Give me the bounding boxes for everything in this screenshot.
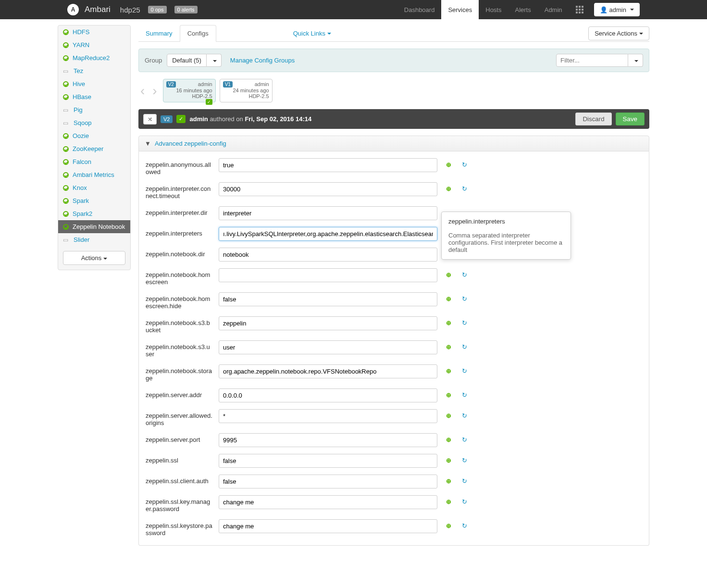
config-label: zeppelin.server.port bbox=[146, 433, 213, 443]
config-section-header[interactable]: ▼ Advanced zeppelin-config bbox=[138, 136, 649, 151]
compare-icon[interactable]: ⤨ bbox=[143, 114, 157, 125]
config-input[interactable] bbox=[219, 340, 437, 354]
sidebar-item-hbase[interactable]: HBase bbox=[58, 90, 130, 103]
undo-icon[interactable]: ↻ bbox=[462, 316, 467, 326]
nav-item-admin[interactable]: Admin bbox=[538, 0, 569, 19]
config-input[interactable] bbox=[219, 206, 437, 220]
sidebar-item-falcon[interactable]: Falcon bbox=[58, 155, 130, 168]
tab-summary[interactable]: Summary bbox=[138, 25, 180, 41]
service-actions-button[interactable]: Service Actions bbox=[588, 26, 649, 40]
filter-caret[interactable] bbox=[628, 54, 643, 67]
add-icon[interactable]: ⊕ bbox=[446, 409, 451, 419]
config-label: zeppelin.ssl.key.manager.password bbox=[146, 495, 213, 513]
alerts-badge[interactable]: 0 alerts bbox=[174, 6, 198, 13]
sidebar-item-sqoop[interactable]: ▭Sqoop bbox=[58, 116, 130, 129]
version-card[interactable]: V2admin16 minutes agoHDP-2.5✓ bbox=[163, 79, 216, 102]
ops-badge[interactable]: 0 ops bbox=[148, 6, 167, 13]
version-next-icon[interactable]: › bbox=[150, 83, 159, 99]
undo-icon[interactable]: ↻ bbox=[462, 519, 467, 529]
add-icon[interactable]: ⊕ bbox=[446, 340, 451, 350]
undo-icon[interactable]: ↻ bbox=[462, 182, 467, 192]
sidebar-item-yarn[interactable]: YARN bbox=[58, 38, 130, 51]
version-user: admin bbox=[255, 81, 269, 88]
undo-icon[interactable]: ↻ bbox=[462, 158, 467, 168]
config-input[interactable] bbox=[219, 316, 437, 330]
add-icon[interactable]: ⊕ bbox=[446, 268, 451, 278]
sidebar-item-label: MapReduce2 bbox=[73, 54, 110, 62]
config-label: zeppelin.notebook.s3.user bbox=[146, 340, 213, 358]
add-icon[interactable]: ⊕ bbox=[446, 292, 451, 302]
undo-icon[interactable]: ↻ bbox=[462, 268, 467, 278]
sidebar-item-slider[interactable]: ▭Slider bbox=[58, 233, 130, 246]
discard-button[interactable]: Discard bbox=[575, 113, 611, 125]
sidebar-item-pig[interactable]: ▭Pig bbox=[58, 103, 130, 116]
add-icon[interactable]: ⊕ bbox=[446, 475, 451, 485]
version-prev-icon[interactable]: ‹ bbox=[138, 83, 147, 99]
config-input[interactable] bbox=[219, 292, 437, 306]
config-label: zeppelin.anonymous.allowed bbox=[146, 158, 213, 175]
cluster-name[interactable]: hdp25 bbox=[120, 6, 140, 14]
config-input[interactable] bbox=[219, 248, 437, 262]
nav-item-dashboard[interactable]: Dashboard bbox=[397, 0, 442, 19]
undo-icon[interactable]: ↻ bbox=[462, 454, 467, 464]
config-input[interactable] bbox=[219, 409, 437, 423]
config-filter-input[interactable] bbox=[556, 54, 628, 67]
config-input[interactable] bbox=[219, 388, 437, 402]
config-input[interactable] bbox=[219, 519, 437, 533]
nav-item-alerts[interactable]: Alerts bbox=[508, 0, 537, 19]
sidebar-item-label: Falcon bbox=[73, 158, 91, 165]
add-icon[interactable]: ⊕ bbox=[446, 433, 451, 443]
config-input[interactable] bbox=[219, 227, 437, 241]
apps-grid-icon[interactable] bbox=[569, 0, 590, 19]
group-select[interactable]: Default (5) bbox=[167, 54, 207, 67]
manage-config-groups-link[interactable]: Manage Config Groups bbox=[230, 57, 295, 64]
user-menu-button[interactable]: 👤 admin bbox=[594, 3, 640, 16]
version-stack: HDP-2.5 bbox=[192, 93, 212, 99]
sidebar-item-ambari-metrics[interactable]: Ambari Metrics bbox=[58, 168, 130, 181]
sidebar-item-zookeeper[interactable]: ZooKeeper bbox=[58, 142, 130, 155]
add-icon[interactable]: ⊕ bbox=[446, 182, 451, 192]
group-select-caret[interactable] bbox=[207, 54, 222, 67]
sidebar-item-zeppelin-notebook[interactable]: Zeppelin Notebook bbox=[58, 220, 130, 233]
undo-icon[interactable]: ↻ bbox=[462, 388, 467, 399]
add-icon[interactable]: ⊕ bbox=[446, 454, 451, 464]
config-row: zeppelin.notebook.s3.bucket⊕↻ bbox=[146, 316, 642, 334]
nav-item-services[interactable]: Services bbox=[441, 0, 479, 19]
undo-icon[interactable]: ↻ bbox=[462, 475, 467, 485]
undo-icon[interactable]: ↻ bbox=[462, 364, 467, 375]
config-input[interactable] bbox=[219, 158, 437, 172]
config-input[interactable] bbox=[219, 475, 437, 488]
sidebar-item-knox[interactable]: Knox bbox=[58, 181, 130, 194]
save-button[interactable]: Save bbox=[616, 113, 645, 125]
undo-icon[interactable]: ↻ bbox=[462, 433, 467, 443]
sidebar-item-spark[interactable]: Spark bbox=[58, 194, 130, 207]
sidebar-item-spark2[interactable]: Spark2 bbox=[58, 207, 130, 220]
sidebar-item-mapreduce2[interactable]: MapReduce2 bbox=[58, 51, 130, 64]
config-input[interactable] bbox=[219, 268, 437, 282]
sidebar-item-label: HBase bbox=[73, 93, 91, 100]
sidebar-item-tez[interactable]: ▭Tez bbox=[58, 64, 130, 77]
add-icon[interactable]: ⊕ bbox=[446, 364, 451, 375]
nav-item-hosts[interactable]: Hosts bbox=[479, 0, 508, 19]
undo-icon[interactable]: ↻ bbox=[462, 292, 467, 302]
config-input[interactable] bbox=[219, 495, 437, 509]
sidebar-actions-button[interactable]: Actions bbox=[63, 251, 125, 265]
undo-icon[interactable]: ↻ bbox=[462, 495, 467, 505]
sidebar-item-hive[interactable]: Hive bbox=[58, 77, 130, 90]
add-icon[interactable]: ⊕ bbox=[446, 158, 451, 168]
sidebar-item-hdfs[interactable]: HDFS bbox=[58, 25, 130, 38]
config-input[interactable] bbox=[219, 182, 437, 196]
sidebar-item-oozie[interactable]: Oozie bbox=[58, 129, 130, 142]
add-icon[interactable]: ⊕ bbox=[446, 495, 451, 505]
undo-icon[interactable]: ↻ bbox=[462, 340, 467, 350]
config-input[interactable] bbox=[219, 433, 437, 447]
version-card[interactable]: V1admin24 minutes agoHDP-2.5 bbox=[220, 79, 273, 102]
config-input[interactable] bbox=[219, 454, 437, 468]
undo-icon[interactable]: ↻ bbox=[462, 409, 467, 419]
add-icon[interactable]: ⊕ bbox=[446, 316, 451, 326]
quick-links-dropdown[interactable]: Quick Links bbox=[293, 30, 331, 37]
tab-configs[interactable]: Configs bbox=[180, 25, 216, 42]
add-icon[interactable]: ⊕ bbox=[446, 388, 451, 399]
add-icon[interactable]: ⊕ bbox=[446, 519, 451, 529]
config-input[interactable] bbox=[219, 364, 437, 378]
